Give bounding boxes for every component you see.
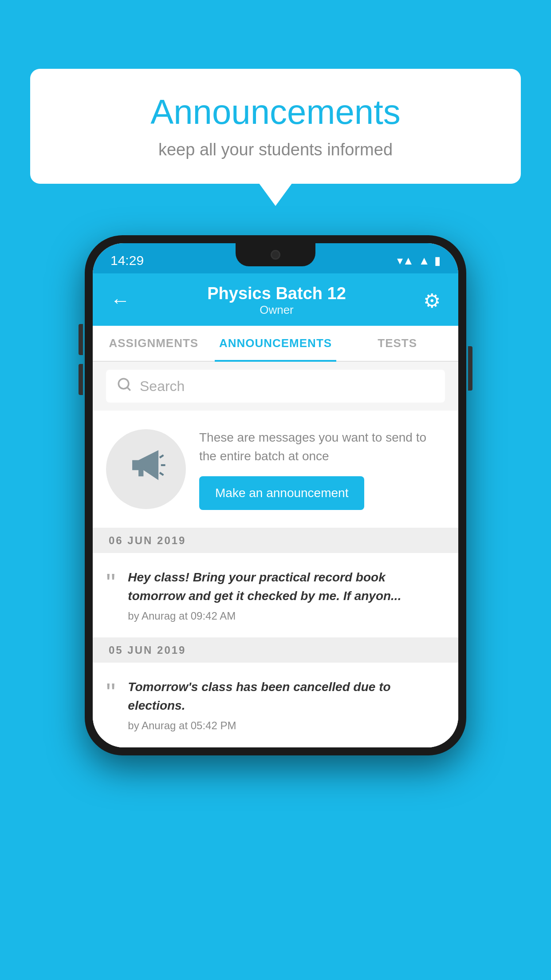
announcement-content-0: Hey class! Bring your practical record b… [128, 568, 445, 622]
announcement-content-1: Tomorrow's class has been cancelled due … [128, 678, 445, 732]
header-title: Physics Batch 12 [207, 284, 346, 303]
tabs-container: ASSIGNMENTS ANNOUNCEMENTS TESTS [93, 326, 458, 362]
date-label-june6: 06 JUN 2019 [109, 534, 186, 546]
quote-icon-1: " [106, 680, 115, 706]
phone-mockup: 14:29 ▾▲ ▲ ▮ ← Physics Batch 12 Owner ⚙ [85, 235, 466, 755]
phone-notch [236, 243, 315, 266]
status-icons: ▾▲ ▲ ▮ [397, 254, 441, 268]
phone-outer: 14:29 ▾▲ ▲ ▮ ← Physics Batch 12 Owner ⚙ [85, 235, 466, 755]
app-header: ← Physics Batch 12 Owner ⚙ [93, 273, 458, 326]
megaphone-icon [126, 445, 166, 494]
tab-tests[interactable]: TESTS [336, 326, 458, 361]
tab-assignments[interactable]: ASSIGNMENTS [93, 326, 215, 361]
date-separator-june5: 05 JUN 2019 [93, 638, 458, 663]
header-center: Physics Batch 12 Owner [207, 284, 346, 317]
battery-icon: ▮ [434, 254, 441, 268]
promo-icon-circle [106, 429, 186, 509]
speech-bubble: Announcements keep all your students inf… [30, 69, 521, 184]
signal-icon: ▲ [418, 254, 430, 268]
search-input[interactable]: Search [140, 378, 185, 395]
speech-bubble-title: Announcements [57, 92, 494, 132]
speech-bubble-subtitle: keep all your students informed [57, 140, 494, 159]
svg-line-4 [160, 472, 163, 475]
announcement-meta-1: by Anurag at 05:42 PM [128, 719, 445, 732]
date-separator-june6: 06 JUN 2019 [93, 528, 458, 553]
announcement-text-0: Hey class! Bring your practical record b… [128, 568, 445, 605]
svg-line-2 [160, 455, 163, 458]
announcement-item-1[interactable]: " Tomorrow's class has been cancelled du… [93, 663, 458, 747]
announcement-meta-0: by Anurag at 09:42 AM [128, 610, 445, 622]
status-time: 14:29 [110, 253, 144, 268]
announcement-text-1: Tomorrow's class has been cancelled due … [128, 678, 445, 715]
quote-icon-0: " [106, 570, 115, 597]
back-button[interactable]: ← [110, 289, 130, 312]
promo-content: These are messages you want to send to t… [199, 428, 445, 510]
search-container: Search [93, 362, 458, 411]
volume-up-button [79, 324, 83, 355]
front-camera [271, 250, 280, 260]
promo-section: These are messages you want to send to t… [93, 411, 458, 528]
announcement-item-0[interactable]: " Hey class! Bring your practical record… [93, 553, 458, 638]
wifi-icon: ▾▲ [397, 254, 414, 268]
phone-screen: 14:29 ▾▲ ▲ ▮ ← Physics Batch 12 Owner ⚙ [93, 243, 458, 747]
speech-bubble-container: Announcements keep all your students inf… [30, 69, 521, 184]
volume-down-button [79, 364, 83, 395]
search-input-wrapper[interactable]: Search [106, 370, 445, 403]
settings-icon[interactable]: ⚙ [423, 289, 441, 312]
make-announcement-button[interactable]: Make an announcement [199, 476, 364, 510]
tab-announcements[interactable]: ANNOUNCEMENTS [215, 326, 337, 361]
svg-line-1 [127, 387, 130, 390]
power-button [468, 346, 472, 391]
promo-description: These are messages you want to send to t… [199, 428, 445, 466]
search-icon [117, 377, 132, 395]
date-label-june5: 05 JUN 2019 [109, 644, 186, 656]
header-subtitle: Owner [207, 303, 346, 317]
